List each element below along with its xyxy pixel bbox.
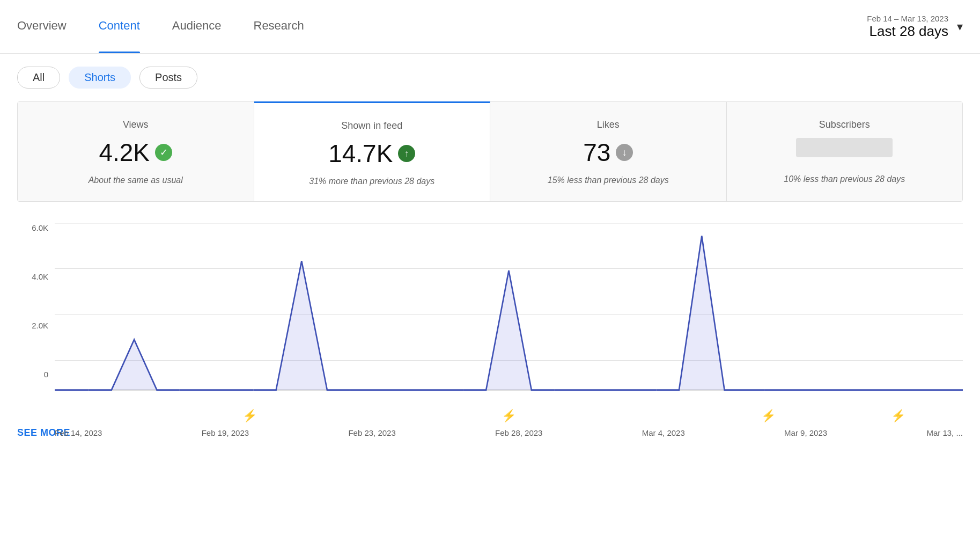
- svg-text:⚡: ⚡: [890, 408, 905, 423]
- chevron-down-icon: ▾: [957, 20, 963, 34]
- stat-likes-value: 73: [583, 138, 610, 167]
- stat-shown-value-row: 14.7K ↑: [267, 139, 477, 168]
- y-label-6k: 6.0K: [17, 223, 48, 232]
- date-range-selector[interactable]: Feb 14 – Mar 13, 2023 Last 28 days ▾: [867, 14, 963, 40]
- stat-views-label: Views: [31, 119, 241, 130]
- svg-text:⚡: ⚡: [502, 408, 517, 423]
- shorts-icon-3: ⚡: [703, 408, 833, 424]
- stat-shown-description: 31% more than previous 28 days: [267, 177, 477, 186]
- x-label-mar9: Mar 9, 2023: [784, 428, 827, 437]
- svg-marker-7: [463, 270, 554, 390]
- tab-audience[interactable]: Audience: [172, 0, 222, 53]
- arrow-down-icon: ↓: [616, 144, 633, 161]
- x-label-feb14: Feb 14, 2023: [55, 428, 102, 437]
- tab-overview[interactable]: Overview: [17, 0, 67, 53]
- shorts-icon-2: ⚡: [444, 408, 574, 424]
- svg-marker-6: [253, 261, 350, 390]
- date-range-main: Last 28 days: [867, 23, 948, 40]
- nav-tabs: Overview Content Audience Research: [17, 0, 304, 53]
- y-label-2k: 2.0K: [17, 321, 48, 330]
- x-label-feb19: Feb 19, 2023: [202, 428, 249, 437]
- arrow-up-icon: ↑: [398, 145, 415, 162]
- stat-views-value-row: 4.2K ✓: [31, 138, 241, 167]
- stat-likes-description: 15% less than previous 28 days: [503, 175, 713, 185]
- svg-marker-8: [657, 236, 764, 390]
- chart-wrapper: 6.0K 4.0K 2.0K 0: [17, 223, 963, 406]
- stat-views-description: About the same as usual: [31, 175, 241, 185]
- shorts-icon-placeholder-4: ⚡: [833, 408, 963, 424]
- svg-text:⚡: ⚡: [761, 408, 776, 423]
- stat-likes-value-row: 73 ↓: [503, 138, 713, 167]
- stat-shown-in-feed[interactable]: Shown in feed 14.7K ↑ 31% more than prev…: [254, 101, 491, 201]
- filter-bar: All Shorts Posts: [0, 54, 980, 101]
- filter-all[interactable]: All: [17, 67, 60, 89]
- stats-panel: Views 4.2K ✓ About the same as usual Sho…: [17, 101, 963, 202]
- check-icon: ✓: [155, 144, 172, 161]
- date-range-text: Feb 14 – Mar 13, 2023 Last 28 days: [867, 14, 948, 40]
- chart-area: 6.0K 4.0K 2.0K 0: [17, 223, 963, 406]
- stat-likes-label: Likes: [503, 119, 713, 130]
- top-navigation: Overview Content Audience Research Feb 1…: [0, 0, 980, 54]
- stat-subscribers[interactable]: Subscribers 10% less than previous 28 da…: [727, 102, 963, 201]
- x-label-feb23: Feb 23, 2023: [348, 428, 395, 437]
- stat-subscribers-value-row: [740, 138, 950, 166]
- stat-subscribers-label: Subscribers: [740, 119, 950, 130]
- stat-views-value: 4.2K: [99, 138, 150, 167]
- stat-views[interactable]: Views 4.2K ✓ About the same as usual: [18, 102, 254, 201]
- stat-shown-value: 14.7K: [328, 139, 393, 168]
- date-range-subtitle: Feb 14 – Mar 13, 2023: [867, 14, 948, 23]
- tab-research[interactable]: Research: [254, 0, 304, 53]
- shorts-icon-placeholder-3: [573, 408, 703, 424]
- filter-shorts[interactable]: Shorts: [69, 67, 131, 89]
- shorts-icons-row: ⚡ ⚡ ⚡ ⚡: [55, 408, 963, 424]
- y-axis: 6.0K 4.0K 2.0K 0: [17, 223, 55, 406]
- x-label-mar13: Mar 13, ...: [926, 428, 963, 437]
- y-label-4k: 4.0K: [17, 272, 48, 281]
- stat-shown-label: Shown in feed: [267, 120, 477, 131]
- x-axis-labels: Feb 14, 2023 Feb 19, 2023 Feb 23, 2023 F…: [55, 424, 963, 440]
- filter-posts[interactable]: Posts: [139, 67, 197, 89]
- chart-svg: [55, 223, 963, 406]
- chart-main: ⚡ ⚡ ⚡ ⚡: [55, 223, 963, 406]
- shorts-icon-placeholder-2: [314, 408, 444, 424]
- shorts-icon-1: ⚡: [185, 408, 314, 424]
- stat-likes[interactable]: Likes 73 ↓ 15% less than previous 28 day…: [490, 102, 727, 201]
- svg-text:⚡: ⚡: [242, 408, 257, 423]
- y-label-0: 0: [17, 370, 48, 379]
- svg-marker-5: [89, 340, 179, 390]
- x-label-mar4: Mar 4, 2023: [642, 428, 685, 437]
- x-label-feb28: Feb 28, 2023: [495, 428, 542, 437]
- tab-content[interactable]: Content: [99, 0, 140, 53]
- shorts-icon-placeholder-1: [55, 408, 185, 424]
- subscribers-blurred-value: [796, 138, 893, 157]
- stat-subscribers-description: 10% less than previous 28 days: [740, 174, 950, 184]
